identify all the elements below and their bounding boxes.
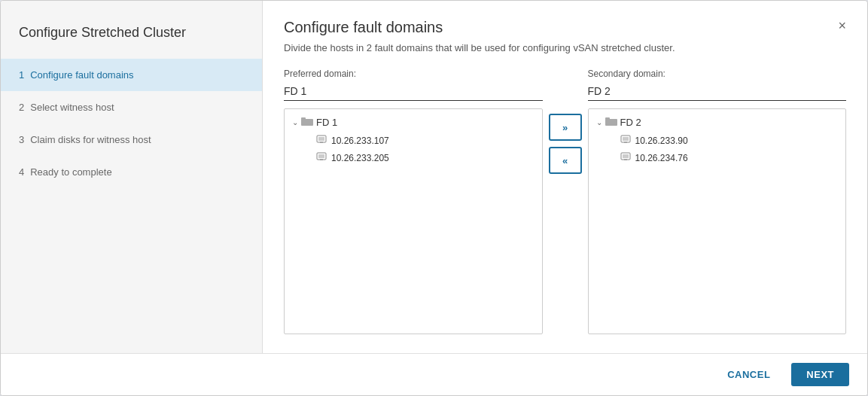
preferred-host1-ip: 10.26.233.107: [331, 136, 389, 146]
svg-rect-6: [318, 154, 324, 158]
sidebar: Configure Stretched Cluster 1 Configure …: [1, 1, 263, 353]
secondary-domain-input[interactable]: [588, 82, 847, 101]
preferred-host2-ip: 10.26.233.205: [331, 153, 389, 163]
main-header: Configure fault domains ×: [284, 19, 846, 36]
svg-rect-14: [623, 154, 629, 158]
preferred-folder-name: FD 1: [316, 117, 337, 128]
main-subtitle: Divide the hosts in 2 fault domains that…: [284, 42, 846, 53]
svg-rect-9: [605, 117, 610, 120]
transfer-column: » «: [543, 69, 588, 174]
sidebar-item-step2[interactable]: 2 Select witness host: [1, 91, 262, 123]
preferred-chevron-icon[interactable]: ⌄: [292, 118, 298, 126]
preferred-folder-icon: [301, 117, 313, 128]
secondary-folder-icon: [605, 117, 617, 128]
secondary-host2-ip: 10.26.234.76: [635, 153, 688, 163]
secondary-domain-tree: ⌄ FD 2: [588, 108, 847, 334]
secondary-host-1-row: 10.26.233.90: [620, 134, 839, 147]
dialog-body: Configure Stretched Cluster 1 Configure …: [1, 1, 867, 353]
svg-rect-8: [605, 119, 617, 126]
sidebar-item-step4[interactable]: 4 Ready to complete: [1, 156, 262, 188]
cancel-button[interactable]: CANCEL: [715, 363, 782, 386]
sidebar-title: Configure Stretched Cluster: [1, 13, 262, 59]
secondary-domain-section: Secondary domain: ⌄ FD 2: [588, 69, 847, 334]
preferred-host-2-row: 10.26.233.205: [316, 151, 535, 164]
preferred-host-1-row: 10.26.233.107: [316, 134, 535, 147]
preferred-folder-row: ⌄ FD 1: [292, 117, 535, 128]
sidebar-item-step1[interactable]: 1 Configure fault domains: [1, 59, 262, 91]
secondary-folder-name: FD 2: [620, 117, 641, 128]
svg-rect-11: [623, 137, 629, 141]
step2-num: 2: [19, 102, 24, 113]
dialog: Configure Stretched Cluster 1 Configure …: [0, 0, 868, 396]
step1-num: 1: [19, 69, 24, 81]
preferred-domain-tree: ⌄ FD 1: [284, 108, 543, 334]
main-content: Configure fault domains × Divide the hos…: [263, 1, 867, 353]
preferred-domain-section: Preferred domain: ⌄ FD 1: [284, 69, 543, 334]
secondary-folder-row: ⌄ FD 2: [596, 117, 839, 128]
secondary-chevron-icon[interactable]: ⌄: [596, 118, 602, 126]
step3-num: 3: [19, 134, 24, 145]
svg-rect-1: [301, 117, 306, 120]
main-title: Configure fault domains: [284, 19, 443, 36]
transfer-left-button[interactable]: «: [549, 147, 582, 174]
close-button[interactable]: ×: [838, 19, 846, 32]
dialog-footer: CANCEL NEXT: [1, 353, 867, 395]
preferred-host2-icon: [316, 151, 327, 164]
svg-rect-3: [318, 137, 324, 141]
step4-label: Ready to complete: [30, 166, 111, 178]
step1-label: Configure fault domains: [30, 69, 133, 81]
domains-row: Preferred domain: ⌄ FD 1: [284, 69, 846, 353]
svg-rect-0: [301, 119, 313, 126]
preferred-host1-icon: [316, 134, 327, 147]
step2-label: Select witness host: [30, 102, 114, 113]
preferred-domain-input[interactable]: [284, 82, 543, 101]
secondary-host2-icon: [620, 151, 631, 164]
secondary-domain-label: Secondary domain:: [588, 69, 847, 79]
preferred-domain-label: Preferred domain:: [284, 69, 543, 79]
sidebar-item-step3[interactable]: 3 Claim disks for witness host: [1, 123, 262, 156]
step4-num: 4: [19, 166, 24, 178]
next-button[interactable]: NEXT: [791, 363, 849, 386]
secondary-host1-ip: 10.26.233.90: [635, 136, 688, 146]
step3-label: Claim disks for witness host: [30, 134, 151, 145]
secondary-host1-icon: [620, 134, 631, 147]
transfer-right-button[interactable]: »: [549, 114, 582, 141]
secondary-host-2-row: 10.26.234.76: [620, 151, 839, 164]
